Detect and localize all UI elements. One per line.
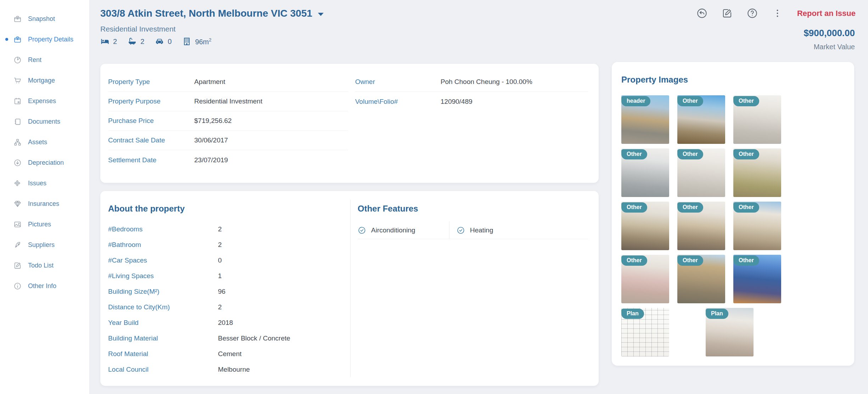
detail-row-property-type: Property TypeApartment [108, 72, 348, 92]
about-value: Melbourne [218, 366, 250, 373]
report-an-issue-link[interactable]: Report an Issue [797, 9, 856, 18]
about-property-card: About the property #Bedrooms2#Bathroom2#… [100, 191, 599, 386]
about-value: 2 [218, 241, 222, 249]
help-button[interactable] [747, 8, 758, 19]
stat-building: 96m2 [182, 37, 211, 46]
image-type-badge: Other [677, 149, 703, 159]
detail-label: Owner [355, 78, 441, 86]
property-image-bathroom-vanity[interactable]: Other [677, 148, 725, 197]
property-image-bedroom-second[interactable]: Other [733, 148, 781, 197]
about-title: About the property [108, 204, 342, 214]
about-label: Building Size(M²) [108, 288, 218, 296]
sidebar-item-mortgage[interactable]: Mortgage [0, 70, 89, 91]
image-type-badge: Other [621, 149, 647, 159]
property-image-living-dining-area[interactable]: Other [621, 255, 669, 303]
detail-value: 23/07/2019 [194, 156, 228, 164]
sidebar-item-depreciation[interactable]: Depreciation [0, 152, 89, 173]
property-image-building-exterior-dusk[interactable]: Other [733, 255, 781, 303]
about-value: Cement [218, 350, 242, 358]
property-image-bedroom-main[interactable]: Other [621, 148, 669, 197]
detail-row-purchase-price: Purchase Price$719,256.62 [108, 111, 348, 131]
sidebar-item-snapshot[interactable]: Snapshot [0, 9, 89, 29]
feature-label: Airconditioning [371, 226, 415, 234]
sidebar-item-insurances[interactable]: Insurances [0, 193, 89, 214]
back-button[interactable] [696, 8, 707, 19]
image-type-badge: Plan [706, 309, 728, 319]
property-image-building-facade[interactable]: Other [677, 255, 725, 303]
property-image-floor-plan[interactable]: Plan [621, 308, 669, 356]
image-row: OtherOtherOther [621, 255, 846, 303]
about-row-local-council: Local CouncilMelbourne [108, 362, 342, 377]
sidebar-item-other-info[interactable]: Other Info [0, 276, 89, 296]
property-images-panel: Property Images headerOtherOtherOtherOth… [612, 62, 854, 366]
sidebar-item-todo-list[interactable]: Todo List [0, 255, 89, 276]
image-type-badge: Other [733, 96, 759, 106]
image-type-badge: Other [733, 202, 759, 213]
bed-icon [100, 37, 110, 46]
market-value-label: Market Value [803, 43, 855, 51]
sidebar: SnapshotProperty DetailsRentMortgageExpe… [0, 0, 90, 394]
about-value: 2 [218, 225, 222, 233]
sidebar-item-label: Other Info [28, 282, 56, 290]
edit-button[interactable] [722, 8, 733, 19]
more-menu-button[interactable] [772, 8, 783, 19]
detail-row-property-purpose: Property PurposeResidential Investment [108, 92, 348, 111]
sidebar-item-label: Documents [28, 118, 60, 125]
stat-value: 2 [113, 38, 117, 46]
sidebar-item-label: Property Details [28, 36, 73, 43]
about-rows: #Bedrooms2#Bathroom2#Car Spaces0#Living … [108, 221, 342, 377]
car-icon [155, 37, 164, 46]
detail-row-settlement-date: Settlement Date23/07/2019 [108, 150, 348, 170]
image-type-badge: Other [677, 255, 703, 266]
about-value: Besser Block / Concrete [218, 334, 290, 342]
kebab-icon [772, 8, 783, 19]
image-type-badge: Other [677, 96, 703, 106]
sidebar-item-pictures[interactable]: Pictures [0, 214, 89, 235]
image-type-badge: Other [621, 202, 647, 213]
sidebar-item-suppliers[interactable]: Suppliers [0, 235, 89, 255]
detail-label: Contract Sale Date [108, 136, 194, 144]
sidebar-item-label: Assets [28, 139, 47, 146]
sidebar-item-label: Depreciation [28, 159, 64, 167]
property-image-balcony-street-view[interactable]: Other [677, 95, 725, 144]
feature-airconditioning: Airconditioning [358, 221, 449, 239]
sidebar-item-label: Expenses [28, 97, 56, 105]
market-value-amount: $900,000.00 [803, 28, 855, 39]
about-value: 2018 [218, 319, 233, 327]
property-title-dropdown[interactable]: 303/8 Atkin Street, North Melbourne VIC … [100, 8, 324, 19]
sidebar-item-assets[interactable]: Assets [0, 132, 89, 152]
property-image-living-room-balcony[interactable]: Plan [706, 308, 754, 356]
about-column: About the property #Bedrooms2#Bathroom2#… [108, 199, 350, 377]
stat-value: 96m2 [195, 37, 211, 46]
about-value: 0 [218, 257, 222, 264]
cart-icon [13, 77, 22, 85]
about-value: 2 [218, 303, 222, 311]
check-circle-icon [457, 226, 465, 235]
property-image-living-room-windows[interactable]: Other [733, 202, 781, 250]
sidebar-item-label: Issues [28, 180, 46, 187]
sidebar-item-expenses[interactable]: Expenses [0, 91, 89, 111]
property-image-kitchen-island[interactable]: Other [621, 202, 669, 250]
detail-value: 30/06/2017 [194, 136, 228, 144]
about-row-roof-material: Roof MaterialCement [108, 346, 342, 362]
detail-label: Volume\Folio# [355, 98, 441, 106]
sidebar-item-documents[interactable]: Documents [0, 111, 89, 132]
property-image-kitchen-galley[interactable]: Other [677, 202, 725, 250]
about-row-car-spaces: #Car Spaces0 [108, 253, 342, 268]
about-row-year-build: Year Build2018 [108, 315, 342, 331]
arrow-down-circle-icon [13, 159, 22, 167]
puzzle-icon [13, 179, 22, 187]
about-value: 1 [218, 272, 222, 280]
feature-heating: Heating [449, 221, 588, 239]
about-row-building-material: Building MaterialBesser Block / Concrete [108, 331, 342, 346]
image-row: headerOtherOther [621, 95, 846, 144]
details-left-column: Property TypeApartmentProperty PurposeRe… [108, 72, 348, 174]
image-type-badge: Plan [621, 309, 644, 319]
sidebar-item-rent[interactable]: Rent [0, 50, 89, 70]
image-type-badge: header [621, 96, 650, 106]
sidebar-item-issues[interactable]: Issues [0, 173, 89, 193]
sidebar-item-property-details[interactable]: Property Details [0, 29, 89, 50]
property-image-bathroom-shower[interactable]: Other [733, 95, 781, 144]
property-image-building-exterior-front[interactable]: header [621, 95, 669, 144]
about-label: #Living Spaces [108, 272, 218, 280]
